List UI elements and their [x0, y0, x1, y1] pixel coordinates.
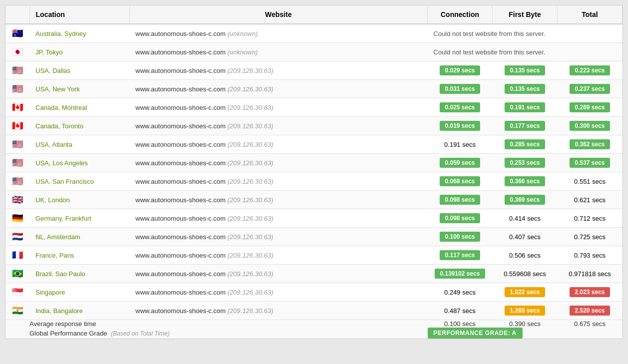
firstbyte-cell: 0.366 secs: [493, 172, 558, 191]
firstbyte-cell: 0.506 secs: [493, 246, 558, 265]
website-cell: www.autonomous-shoes-c.com (209.126.30.6…: [129, 246, 428, 265]
ip-text: (209.126.30.63): [227, 67, 273, 74]
value-badge-green: 0.139102 secs: [435, 269, 485, 279]
location-cell: USA, San Francisco: [29, 172, 129, 191]
value-badge-green: 0.135 secs: [505, 84, 545, 94]
table-row: 🇧🇷Brazil, Sao Paulowww.autonomous-shoes-…: [5, 265, 623, 283]
ip-text: (209.126.30.63): [227, 141, 273, 148]
location-cell: USA, New York: [29, 80, 129, 98]
location-cell: USA, Dallas: [29, 61, 129, 80]
location-cell: Germany, Frankfurt: [29, 209, 129, 228]
col-website-header: Website: [129, 5, 428, 24]
flag-cell: 🇮🇳: [5, 302, 29, 320]
value-badge-green: 0.177 secs: [505, 121, 545, 131]
domain-text: www.autonomous-shoes-c.com: [135, 67, 227, 74]
firstbyte-cell: 0.135 secs: [493, 80, 558, 98]
website-cell: www.autonomous-shoes-c.com (209.126.30.6…: [129, 172, 428, 191]
table-row: 🇳🇱NL, Amsterdamwww.autonomous-shoes-c.co…: [5, 228, 623, 246]
connection-cell: 0.068 secs: [428, 172, 493, 191]
grade-flag-cell: [5, 328, 29, 339]
firstbyte-cell: 0.414 secs: [493, 209, 558, 228]
website-cell: www.autonomous-shoes-c.com (209.126.30.6…: [129, 209, 428, 228]
connection-cell: 0.031 secs: [428, 80, 493, 98]
domain-text: www.autonomous-shoes-c.com: [135, 289, 227, 296]
avg-label-cell: Average response time: [29, 320, 428, 328]
flag-cell: 🇨🇦: [5, 117, 29, 135]
website-cell: www.autonomous-shoes-c.com (209.126.30.6…: [129, 80, 428, 98]
total-cell: 0.793 secs: [558, 246, 623, 265]
col-flag-header: [5, 5, 29, 24]
connection-cell: 0.139102 secs: [428, 265, 493, 283]
flag-cell: 🇺🇸: [5, 135, 29, 154]
connection-cell: 0.100 secs: [428, 228, 493, 246]
domain-text: www.autonomous-shoes-c.com: [135, 159, 227, 167]
col-firstbyte-header: First Byte: [493, 5, 558, 24]
value-badge-green: 0.537 secs: [570, 158, 610, 168]
firstbyte-cell: 0.135 secs: [493, 61, 558, 80]
table-row: 🇺🇸USA, New Yorkwww.autonomous-shoes-c.co…: [5, 80, 623, 98]
total-cell: 0.551 secs: [558, 172, 623, 191]
location-cell: Canada, Toronto: [29, 117, 129, 135]
col-connection-header: Connection: [428, 5, 493, 24]
firstbyte-cell: 1.022 secs: [493, 283, 558, 302]
total-cell: 0.971818 secs: [558, 265, 623, 283]
flag-cell: 🇺🇸: [5, 154, 29, 172]
total-cell: 0.537 secs: [558, 154, 623, 172]
connection-cell: 0.191 secs: [428, 135, 493, 154]
value-badge-green: 0.135 secs: [505, 65, 545, 75]
flag-cell: 🇯🇵: [5, 43, 29, 61]
domain-text: www.autonomous-shoes-c.com: [135, 196, 227, 204]
connection-cell: Could not test website from this server.: [428, 43, 623, 61]
table-row: 🇨🇦Canada, Torontowww.autonomous-shoes-c.…: [5, 117, 623, 135]
value-badge-green: 0.117 secs: [440, 250, 480, 260]
ip-text: (209.126.30.63): [227, 104, 273, 111]
location-cell: Brazil, Sao Paulo: [29, 265, 129, 283]
table-row: 🇺🇸USA, San Franciscowww.autonomous-shoes…: [5, 172, 623, 191]
domain-text: www.autonomous-shoes-c.com: [135, 122, 227, 130]
value-badge-green: 0.025 secs: [440, 102, 480, 112]
website-cell: www.autonomous-shoes-c.com (209.126.30.6…: [129, 61, 428, 80]
flag-cell: 🇬🇧: [5, 191, 29, 209]
ip-text: (209.126.30.63): [227, 178, 273, 185]
value-badge-orange: 1.265 secs: [505, 306, 545, 316]
value-badge-green: 0.285 secs: [505, 139, 545, 149]
avg-total-cell: 0.675 secs: [558, 320, 623, 328]
total-cell: 0.223 secs: [558, 61, 623, 80]
table-row: 🇸🇬Singaporewww.autonomous-shoes-c.com (2…: [5, 283, 623, 302]
value-badge-orange: 1.022 secs: [505, 287, 545, 297]
website-cell: www.autonomous-shoes-c.com (209.126.30.6…: [129, 117, 428, 135]
connection-cell: Could not test website from this server.: [428, 24, 623, 43]
value-badge-green: 0.059 secs: [440, 158, 480, 168]
flag-cell: 🇦🇺: [5, 24, 29, 43]
performance-table-container: Location Website Connection First Byte T…: [5, 5, 623, 339]
location-cell: India, Bangalore: [29, 302, 129, 320]
grade-label-cell: Global Performance Grade (Based on Total…: [29, 328, 428, 339]
table-row: 🇬🇧UK, Londonwww.autonomous-shoes-c.com (…: [5, 191, 623, 209]
grade-sub-text: (Based on Total Time): [111, 330, 170, 337]
performance-table: Location Website Connection First Byte T…: [5, 5, 623, 339]
location-cell: Canada, Montreal: [29, 98, 129, 117]
value-badge-red: 2.023 secs: [570, 287, 610, 297]
connection-cell: 0.059 secs: [428, 154, 493, 172]
value-badge-green: 0.223 secs: [570, 65, 610, 75]
location-cell: NL, Amsterdam: [29, 228, 129, 246]
avg-flag-cell: [5, 320, 29, 328]
total-cell: 0.300 secs: [558, 117, 623, 135]
total-cell: 2.023 secs: [558, 283, 623, 302]
flag-cell: 🇸🇬: [5, 283, 29, 302]
total-cell: 2.520 secs: [558, 302, 623, 320]
ip-text: (209.126.30.63): [227, 233, 273, 241]
value-badge-green: 0.098 secs: [440, 213, 480, 223]
table-row: 🇺🇸USA, Atlantawww.autonomous-shoes-c.com…: [5, 135, 623, 154]
connection-cell: 0.487 secs: [428, 302, 493, 320]
value-badge-green: 0.029 secs: [440, 65, 480, 75]
ip-text: (209.126.30.63): [227, 307, 273, 315]
flag-cell: 🇨🇦: [5, 98, 29, 117]
value-badge-green: 0.019 secs: [440, 121, 480, 131]
value-badge-green: 0.269 secs: [570, 102, 610, 112]
grade-badge-cell: PERFORMANCE GRADE: A: [428, 328, 623, 339]
value-badge-green: 0.362 secs: [570, 139, 610, 149]
connection-cell: 0.098 secs: [428, 209, 493, 228]
total-cell: 0.712 secs: [558, 209, 623, 228]
connection-cell: 0.029 secs: [428, 61, 493, 80]
